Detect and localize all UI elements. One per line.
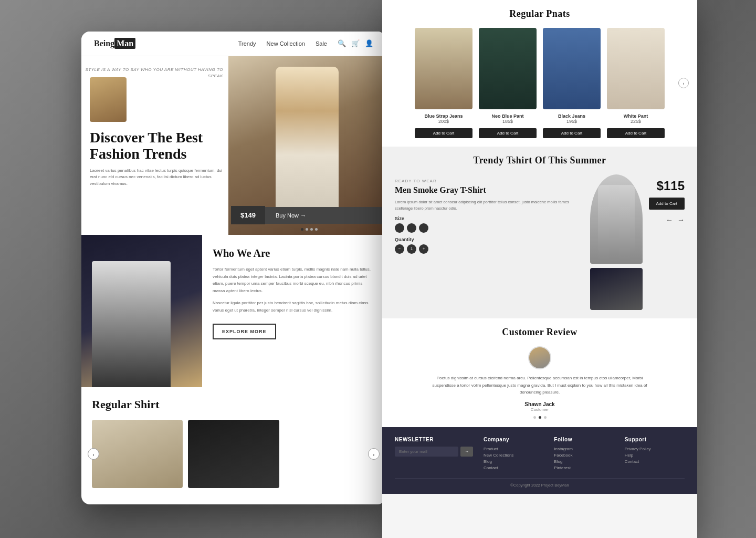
- tshirt-section-title: Trendy Tshirt of this summer: [395, 155, 685, 166]
- follow-link-instagram[interactable]: Instagram: [554, 447, 614, 451]
- review-dots: [395, 416, 685, 419]
- dot-1[interactable]: [301, 228, 303, 231]
- support-link-help[interactable]: Help: [625, 453, 685, 458]
- reviewer-avatar: [528, 346, 551, 369]
- who-paragraph-1: Tortor fermentum eget aptent varius etia…: [213, 266, 375, 294]
- shirt-card-3: [285, 420, 375, 488]
- pants-card-3: Black Jeans 195$ Add to Cart: [543, 28, 601, 138]
- review-dot-3[interactable]: [544, 416, 547, 419]
- hero-dots: [301, 228, 318, 231]
- cart-icon[interactable]: 🛒: [351, 39, 360, 48]
- size-label: Size: [395, 216, 584, 221]
- pants-card-2: Neo Blue Pant 185$ Add to Cart: [479, 28, 537, 138]
- pants-arrow-right[interactable]: ›: [678, 78, 689, 88]
- logo: BeingMan: [94, 39, 135, 48]
- nav-link-sale[interactable]: Sale: [316, 40, 327, 47]
- pants-image-1: [415, 28, 472, 109]
- follow-link-pinterest[interactable]: Pinterest: [554, 465, 614, 470]
- who-image: [81, 235, 202, 387]
- tshirt-inner: Ready to wear Men Smoke Gray T-Shirt Lor…: [395, 174, 685, 310]
- tshirt-main-image: [590, 174, 643, 264]
- pants-card-1: Blue Strap Jeans 200$ Add to Cart: [415, 28, 472, 138]
- size-m[interactable]: [407, 223, 416, 233]
- dot-2[interactable]: [306, 228, 308, 231]
- footer-copyright: ©Copyright 2022 Project BeyMan: [395, 478, 685, 488]
- pants-add-cart-2[interactable]: Add to Cart: [479, 128, 537, 138]
- shirt-grid: ‹ ›: [92, 420, 375, 488]
- tshirt-arrow-right[interactable]: →: [677, 216, 685, 224]
- size-s[interactable]: [395, 223, 404, 233]
- review-section-title: Customer Review: [395, 327, 685, 338]
- explore-more-button[interactable]: Explore More: [213, 324, 276, 339]
- shirt-card-1: [92, 420, 183, 488]
- reviewer-name: Shawn Jack: [395, 401, 685, 407]
- dot-3[interactable]: [310, 228, 313, 231]
- hero-content: Discover the best fashion trends Laoreet…: [90, 130, 223, 188]
- newsletter-submit-button[interactable]: →: [460, 447, 473, 457]
- company-link-blog[interactable]: Blog: [484, 459, 543, 464]
- footer-company: Company Product New Collections Blog Con…: [484, 437, 543, 472]
- hero-description: Laoreet varius penatibus hac vitae lectu…: [90, 168, 223, 188]
- newsletter-title: Newsletter: [395, 437, 473, 442]
- pants-name-2: Neo Blue Pant: [479, 113, 537, 119]
- size-l[interactable]: [419, 223, 428, 233]
- nav-link-trendy[interactable]: Trendy: [238, 40, 256, 47]
- nav-link-new-collection[interactable]: New Collection: [267, 40, 305, 47]
- shirt-arrow-right[interactable]: ›: [368, 448, 380, 460]
- hero-cta: $149 Buy Now →: [231, 206, 386, 224]
- pants-price-2: 185$: [479, 119, 537, 124]
- footer-follow: Follow Instagram Facebook Blog Pinterest: [554, 437, 614, 472]
- pants-image-4: [607, 28, 665, 109]
- review-dot-2[interactable]: [539, 416, 541, 419]
- follow-link-blog[interactable]: Blog: [554, 459, 614, 464]
- newsletter-input[interactable]: [395, 447, 458, 457]
- search-icon[interactable]: 🔍: [338, 39, 346, 48]
- pants-price-4: 225$: [607, 119, 665, 124]
- qty-minus[interactable]: −: [395, 244, 404, 254]
- pants-add-cart-3[interactable]: Add to Cart: [543, 128, 601, 138]
- tshirt-section: Trendy Tshirt of this summer Ready to we…: [382, 147, 697, 318]
- pants-price-3: 195$: [543, 119, 601, 124]
- nav-icons: 🔍 🛒 👤: [338, 39, 373, 48]
- company-link-product[interactable]: Product: [484, 447, 543, 451]
- shirt-card-2: [188, 420, 279, 488]
- shirt-arrow-left[interactable]: ‹: [88, 448, 99, 460]
- review-section: Customer Review Poetus dignissim at curs…: [382, 318, 697, 427]
- who-content: Who we are Tortor fermentum eget aptent …: [202, 235, 386, 387]
- right-panel: Regular Pnats Blue Strap Jeans 200$ Add …: [382, 0, 697, 538]
- support-title: Support: [625, 437, 685, 442]
- pants-section: Regular Pnats Blue Strap Jeans 200$ Add …: [382, 0, 697, 147]
- pants-add-cart-1[interactable]: Add to Cart: [415, 128, 472, 138]
- support-link-contact[interactable]: Contact: [625, 459, 685, 464]
- buy-now-button[interactable]: Buy Now →: [265, 207, 386, 224]
- shirt-section-title: Regular Shirt: [92, 398, 375, 411]
- pants-name-1: Blue Strap Jeans: [415, 113, 472, 119]
- user-icon[interactable]: 👤: [365, 39, 373, 48]
- follow-link-facebook[interactable]: Facebook: [554, 453, 614, 458]
- dot-4[interactable]: [315, 228, 318, 231]
- footer-grid: Newsletter → Company Product New Collect…: [395, 437, 685, 472]
- follow-title: Follow: [554, 437, 614, 442]
- tshirt-arrow-left[interactable]: ←: [666, 216, 673, 224]
- pants-add-cart-4[interactable]: Add to Cart: [607, 128, 665, 138]
- footer-support: Support Privacy Policy Help Contact: [625, 437, 685, 472]
- hero-small-image: [90, 77, 127, 122]
- shirt-section: Regular Shirt ‹ ›: [81, 387, 386, 493]
- qty-value: 1: [407, 244, 416, 254]
- pants-card-4: White Pant 225$ Add to Cart: [607, 28, 665, 138]
- tshirt-info: Ready to wear Men Smoke Gray T-Shirt Lor…: [395, 174, 584, 310]
- ready-label: Ready to wear: [395, 179, 584, 183]
- size-options: [395, 223, 584, 233]
- support-link-privacy[interactable]: Privacy Policy: [625, 447, 685, 451]
- company-link-collections[interactable]: New Collections: [484, 453, 543, 458]
- tshirt-price-area: $115 Add to Cart ← →: [649, 174, 685, 310]
- reviewer-role: Customer: [395, 407, 685, 412]
- company-title: Company: [484, 437, 543, 442]
- tshirt-arrows: ← →: [666, 216, 685, 224]
- footer-newsletter: Newsletter →: [395, 437, 473, 472]
- qty-plus[interactable]: +: [419, 244, 428, 254]
- review-dot-1[interactable]: [533, 416, 536, 419]
- hero-section: Style is a way to say who you are withou…: [81, 56, 386, 235]
- company-link-contact[interactable]: Contact: [484, 465, 543, 470]
- tshirt-add-cart-button[interactable]: Add to Cart: [649, 198, 685, 210]
